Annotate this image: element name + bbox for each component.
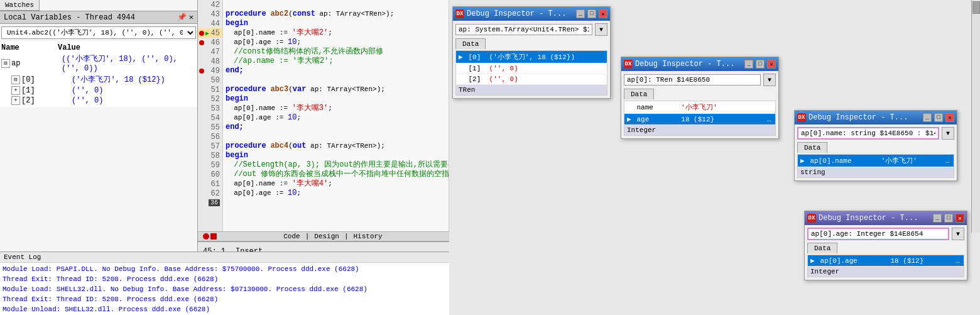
code-line [226,0,446,9]
debug-body-1: ▼ Data ▶ [0] ('小李飞刀', 18 ($12}) [1] ('',… [453,21,610,98]
editor-panel: 42 43 44 ▶ 45 46 47 48 49 50 51 52 53 54… [198,0,449,233]
line-num: 48 [198,57,222,66]
close-btn-1[interactable]: ✕ [599,9,607,18]
expand-btn[interactable]: ⊟ [11,75,20,84]
event-log: Event Log Module Load: PSAPI.DLL. No Deb… [0,251,449,315]
debug-addr-btn-4[interactable]: ▼ [952,228,964,240]
debug-addr-input-3[interactable] [797,127,939,140]
restore-btn-1[interactable]: □ [587,9,596,18]
debug-title-2: Debug Inspector - T... [635,60,742,69]
line-num: 46 [198,38,222,47]
line-num: 59 [198,160,222,170]
expand-btn[interactable]: + [11,96,20,105]
debug-window-2: DX Debug Inspector - T... _ □ ✕ ▼ Data n… [621,57,779,139]
line-num: 43 [198,9,222,19]
code-line: begin [226,94,446,104]
tab-code[interactable]: Code [283,233,300,240]
debug-title-3: Debug Inspector - T... [808,113,920,122]
debug-body-4: ▼ Data ▶ ap[0].age 18 ($12} … Integer [805,225,967,280]
debug-addr-btn-2[interactable]: ▼ [763,74,776,86]
close-btn-2[interactable]: ✕ [767,60,776,69]
breakpoint-red-dot [203,233,209,240]
list-item[interactable]: ⊟ ap (('小李飞刀', 18), ('', 0), ('', 0)) [0,53,197,74]
code-line [226,75,446,85]
tab-design[interactable]: Design [314,233,339,240]
minimize-btn-4[interactable]: _ [933,214,942,223]
line-num: 62 [198,189,222,198]
restore-btn-2[interactable]: □ [756,60,765,69]
code-line: ap[0].name := '李大嘴4'; [226,179,446,189]
scope-dropdown[interactable]: Unit4.abc2(('小李飞刀', 18), ('', 0), ('', 0… [1,26,196,39]
debug-window-4: DX Debug Inspector - T... _ □ ✕ ▼ Data ▶… [804,211,967,280]
pin-icon[interactable]: 📌 [177,13,187,22]
code-line: begin [226,151,446,160]
var-row-header: Name Value [0,43,197,53]
tab-history[interactable]: History [354,233,383,240]
debug-title-4: Debug Inspector - T... [819,214,930,223]
restore-btn-4[interactable]: □ [944,214,953,223]
debug-addr-row-4: ▼ [807,228,964,240]
line-num: 42 [198,0,222,9]
table-row[interactable]: ▶ [0] ('小李飞刀', 18 ($12}) [456,51,607,64]
data-tab-4[interactable]: Data [807,243,837,253]
debug-addr-input-2[interactable] [624,74,761,86]
breakpoint-dot [199,69,204,74]
line-num: 51 [198,85,222,94]
debug-title-1: Debug Inspector - T... [467,9,574,18]
minimize-btn-3[interactable]: _ [923,113,932,122]
watches-tab[interactable]: Watches [0,0,40,11]
debug-addr-input-4[interactable] [807,228,949,240]
table-row[interactable]: [2] ('', 0) [456,74,607,85]
table-row[interactable]: ▶ ap[0].name '小李飞刀' … [798,155,954,167]
debug-titlebar-3: DX Debug Inspector - T... _ □ ✕ [795,111,957,124]
log-line: Thread Exit: Thread ID: 5208. Process dd… [3,294,447,304]
expand-btn[interactable]: + [11,86,20,95]
close-small-icon[interactable]: ✕ [189,13,193,22]
debug-addr-row-1: ▼ [455,23,607,36]
expand-btn[interactable]: ⊟ [1,59,10,68]
scrollbar-thumb[interactable] [972,1,980,14]
code-line: //ap.name := '李大嘴2'; [226,57,446,66]
debug-addr-row-3: ▼ [797,127,954,140]
data-tab-3[interactable]: Data [797,142,827,153]
minimize-btn-2[interactable]: _ [744,60,753,69]
log-line: Module Unload: SHELL32.dll. Process ddd.… [3,304,447,314]
close-btn-3[interactable]: ✕ [945,113,954,122]
debug-type-label-4: Integer [807,267,964,277]
close-btn-4[interactable]: ✕ [956,214,964,223]
tab-separator: | [305,233,310,240]
code-area[interactable]: procedure abc2(const ap: TArray<TRen>); … [223,0,449,233]
line-num: 36 [198,198,222,207]
breakpoint-dot [199,40,204,45]
table-row[interactable]: ▶ ap[0].age 18 ($12} … [808,255,964,267]
debug-table-1: ▶ [0] ('小李飞刀', 18 ($12}) [1] ('', 0) [2]… [455,50,607,85]
list-item[interactable]: + [2] ('', 0) [0,96,197,106]
debug-addr-btn-3[interactable]: ▼ [942,127,954,140]
line-num: 57 [198,141,222,151]
debug-addr-input-1[interactable] [455,24,592,35]
debug-addr-btn-1[interactable]: ▼ [595,23,607,36]
list-item[interactable]: + [1] ('', 0) [0,86,197,96]
data-tab-2[interactable]: Data [624,89,654,99]
event-log-content: Module Load: PSAPI.DLL. No Debug Info. B… [0,263,449,315]
code-line: ap[0].age := 10; [226,38,446,47]
var-tree: Name Value ⊟ ap (('小李飞刀', 18), ('', 0), … [0,41,197,107]
data-tab-1[interactable]: Data [455,38,486,49]
code-line: ap[0].name := '李大嘴3'; [226,104,446,113]
line-num: 61 [198,179,222,189]
stop-btn[interactable] [210,233,217,240]
debug-table-4: ▶ ap[0].age 18 ($12} … [807,255,964,267]
list-item[interactable]: ⊟ [0] ('小李飞刀', 18 ($12}) [0,74,197,86]
code-line: //out 修饰的东西会被当成栈中一个不指向堆中任何数据的空指针. [226,170,446,179]
code-line: procedure abc3(var ap: TArray<TRen>); [226,85,446,94]
line-numbers: 42 43 44 ▶ 45 46 47 48 49 50 51 52 53 54… [198,0,223,233]
table-row[interactable]: name '小李飞刀' [624,101,776,114]
debug-icon-4: DX [807,214,816,223]
line-num: 58 [198,151,222,160]
table-row[interactable]: [1] ('', 0) [456,64,607,74]
debug-window-3: DX Debug Inspector - T... _ □ ✕ ▼ Data ▶… [794,110,957,181]
table-row[interactable]: ▶ age 18 ($12} … [624,114,776,125]
vertical-scrollbar[interactable] [971,0,980,233]
minimize-btn-1[interactable]: _ [576,9,585,18]
restore-btn-3[interactable]: □ [934,113,943,122]
